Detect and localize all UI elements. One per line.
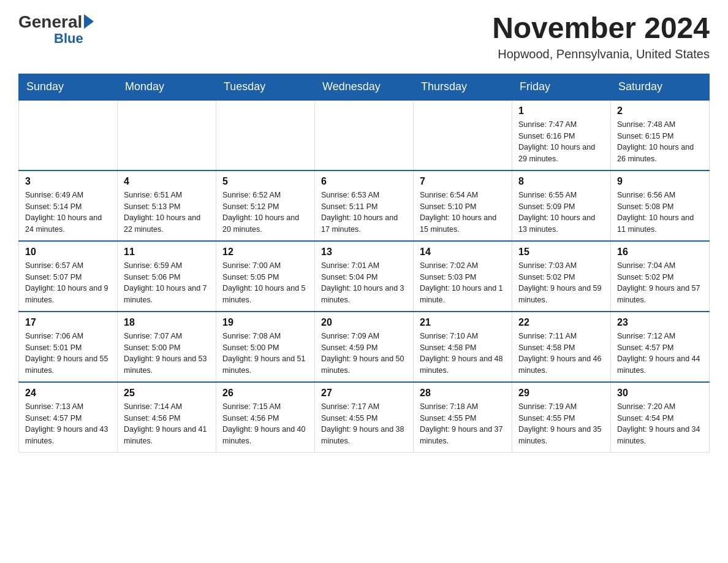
day-number: 29 bbox=[518, 388, 604, 399]
calendar-cell: 12Sunrise: 7:00 AM Sunset: 5:05 PM Dayli… bbox=[216, 241, 315, 312]
calendar-cell: 13Sunrise: 7:01 AM Sunset: 5:04 PM Dayli… bbox=[315, 241, 414, 312]
weekday-header-thursday: Thursday bbox=[414, 74, 512, 100]
calendar-cell: 11Sunrise: 6:59 AM Sunset: 5:06 PM Dayli… bbox=[118, 241, 216, 312]
calendar-cell: 9Sunrise: 6:56 AM Sunset: 5:08 PM Daylig… bbox=[611, 170, 710, 241]
day-number: 18 bbox=[124, 317, 210, 328]
day-number: 19 bbox=[222, 317, 308, 328]
cell-info: Sunrise: 7:12 AM Sunset: 4:57 PM Dayligh… bbox=[617, 331, 703, 377]
day-number: 3 bbox=[25, 176, 111, 187]
cell-info: Sunrise: 7:02 AM Sunset: 5:03 PM Dayligh… bbox=[420, 260, 506, 306]
cell-info: Sunrise: 6:49 AM Sunset: 5:14 PM Dayligh… bbox=[25, 190, 111, 236]
calendar-cell: 2Sunrise: 7:48 AM Sunset: 6:15 PM Daylig… bbox=[611, 100, 710, 170]
weekday-header-friday: Friday bbox=[512, 74, 611, 100]
cell-info: Sunrise: 7:47 AM Sunset: 6:16 PM Dayligh… bbox=[518, 119, 604, 165]
day-number: 14 bbox=[420, 247, 506, 258]
cell-info: Sunrise: 7:20 AM Sunset: 4:54 PM Dayligh… bbox=[617, 401, 703, 447]
cell-info: Sunrise: 7:19 AM Sunset: 4:55 PM Dayligh… bbox=[518, 401, 604, 447]
calendar-cell: 4Sunrise: 6:51 AM Sunset: 5:13 PM Daylig… bbox=[118, 170, 216, 241]
cell-info: Sunrise: 7:00 AM Sunset: 5:05 PM Dayligh… bbox=[222, 260, 308, 306]
calendar-cell: 7Sunrise: 6:54 AM Sunset: 5:10 PM Daylig… bbox=[414, 170, 512, 241]
calendar-cell: 29Sunrise: 7:19 AM Sunset: 4:55 PM Dayli… bbox=[512, 382, 611, 453]
cell-info: Sunrise: 6:57 AM Sunset: 5:07 PM Dayligh… bbox=[25, 260, 111, 306]
calendar-cell: 3Sunrise: 6:49 AM Sunset: 5:14 PM Daylig… bbox=[19, 170, 118, 241]
calendar-cell: 17Sunrise: 7:06 AM Sunset: 5:01 PM Dayli… bbox=[19, 312, 118, 382]
cell-info: Sunrise: 7:13 AM Sunset: 4:57 PM Dayligh… bbox=[25, 401, 111, 447]
cell-info: Sunrise: 7:06 AM Sunset: 5:01 PM Dayligh… bbox=[25, 331, 111, 377]
location-text: Hopwood, Pennsylvania, United States bbox=[492, 47, 710, 61]
calendar-cell: 20Sunrise: 7:09 AM Sunset: 4:59 PM Dayli… bbox=[315, 312, 414, 382]
day-number: 22 bbox=[518, 317, 604, 328]
cell-info: Sunrise: 6:55 AM Sunset: 5:09 PM Dayligh… bbox=[518, 190, 604, 236]
calendar-cell bbox=[315, 100, 414, 170]
cell-info: Sunrise: 7:14 AM Sunset: 4:56 PM Dayligh… bbox=[124, 401, 210, 447]
calendar-cell: 10Sunrise: 6:57 AM Sunset: 5:07 PM Dayli… bbox=[19, 241, 118, 312]
calendar-week-row: 17Sunrise: 7:06 AM Sunset: 5:01 PM Dayli… bbox=[19, 312, 710, 382]
day-number: 9 bbox=[617, 176, 703, 187]
weekday-header-tuesday: Tuesday bbox=[216, 74, 315, 100]
day-number: 12 bbox=[222, 247, 308, 258]
cell-info: Sunrise: 6:56 AM Sunset: 5:08 PM Dayligh… bbox=[617, 190, 703, 236]
day-number: 7 bbox=[420, 176, 506, 187]
weekday-header-wednesday: Wednesday bbox=[315, 74, 414, 100]
cell-info: Sunrise: 7:08 AM Sunset: 5:00 PM Dayligh… bbox=[222, 331, 308, 377]
calendar-week-row: 10Sunrise: 6:57 AM Sunset: 5:07 PM Dayli… bbox=[19, 241, 710, 312]
logo-arrow-icon bbox=[84, 14, 94, 29]
day-number: 13 bbox=[321, 247, 407, 258]
calendar-table: SundayMondayTuesdayWednesdayThursdayFrid… bbox=[18, 74, 710, 453]
calendar-cell: 1Sunrise: 7:47 AM Sunset: 6:16 PM Daylig… bbox=[512, 100, 611, 170]
calendar-cell bbox=[414, 100, 512, 170]
month-title: November 2024 bbox=[492, 12, 710, 45]
day-number: 26 bbox=[222, 388, 308, 399]
calendar-cell bbox=[216, 100, 315, 170]
day-number: 30 bbox=[617, 388, 703, 399]
calendar-cell: 23Sunrise: 7:12 AM Sunset: 4:57 PM Dayli… bbox=[611, 312, 710, 382]
day-number: 10 bbox=[25, 247, 111, 258]
page-header: General Blue November 2024 Hopwood, Penn… bbox=[18, 12, 710, 61]
day-number: 24 bbox=[25, 388, 111, 399]
logo-blue-text: Blue bbox=[54, 31, 83, 46]
logo: General Blue bbox=[18, 12, 94, 45]
day-number: 8 bbox=[518, 176, 604, 187]
calendar-cell: 15Sunrise: 7:03 AM Sunset: 5:02 PM Dayli… bbox=[512, 241, 611, 312]
cell-info: Sunrise: 7:07 AM Sunset: 5:00 PM Dayligh… bbox=[124, 331, 210, 377]
calendar-cell bbox=[118, 100, 216, 170]
calendar-cell bbox=[19, 100, 118, 170]
day-number: 1 bbox=[518, 105, 604, 117]
cell-info: Sunrise: 7:10 AM Sunset: 4:58 PM Dayligh… bbox=[420, 331, 506, 377]
weekday-header-saturday: Saturday bbox=[611, 74, 710, 100]
calendar-week-row: 3Sunrise: 6:49 AM Sunset: 5:14 PM Daylig… bbox=[19, 170, 710, 241]
calendar-cell: 27Sunrise: 7:17 AM Sunset: 4:55 PM Dayli… bbox=[315, 382, 414, 453]
cell-info: Sunrise: 7:11 AM Sunset: 4:58 PM Dayligh… bbox=[518, 331, 604, 377]
cell-info: Sunrise: 7:04 AM Sunset: 5:02 PM Dayligh… bbox=[617, 260, 703, 306]
calendar-cell: 5Sunrise: 6:52 AM Sunset: 5:12 PM Daylig… bbox=[216, 170, 315, 241]
cell-info: Sunrise: 7:48 AM Sunset: 6:15 PM Dayligh… bbox=[617, 119, 703, 165]
day-number: 17 bbox=[25, 317, 111, 328]
day-number: 20 bbox=[321, 317, 407, 328]
calendar-cell: 21Sunrise: 7:10 AM Sunset: 4:58 PM Dayli… bbox=[414, 312, 512, 382]
calendar-cell: 18Sunrise: 7:07 AM Sunset: 5:00 PM Dayli… bbox=[118, 312, 216, 382]
calendar-cell: 25Sunrise: 7:14 AM Sunset: 4:56 PM Dayli… bbox=[118, 382, 216, 453]
calendar-cell: 22Sunrise: 7:11 AM Sunset: 4:58 PM Dayli… bbox=[512, 312, 611, 382]
weekday-header-monday: Monday bbox=[118, 74, 216, 100]
calendar-cell: 30Sunrise: 7:20 AM Sunset: 4:54 PM Dayli… bbox=[611, 382, 710, 453]
logo-general-text: General bbox=[18, 12, 82, 32]
day-number: 27 bbox=[321, 388, 407, 399]
day-number: 2 bbox=[617, 105, 703, 117]
cell-info: Sunrise: 6:51 AM Sunset: 5:13 PM Dayligh… bbox=[124, 190, 210, 236]
day-number: 15 bbox=[518, 247, 604, 258]
cell-info: Sunrise: 6:54 AM Sunset: 5:10 PM Dayligh… bbox=[420, 190, 506, 236]
calendar-week-row: 1Sunrise: 7:47 AM Sunset: 6:16 PM Daylig… bbox=[19, 100, 710, 170]
cell-info: Sunrise: 7:01 AM Sunset: 5:04 PM Dayligh… bbox=[321, 260, 407, 306]
day-number: 5 bbox=[222, 176, 308, 187]
calendar-cell: 14Sunrise: 7:02 AM Sunset: 5:03 PM Dayli… bbox=[414, 241, 512, 312]
day-number: 6 bbox=[321, 176, 407, 187]
cell-info: Sunrise: 6:59 AM Sunset: 5:06 PM Dayligh… bbox=[124, 260, 210, 306]
day-number: 28 bbox=[420, 388, 506, 399]
calendar-cell: 8Sunrise: 6:55 AM Sunset: 5:09 PM Daylig… bbox=[512, 170, 611, 241]
weekday-header-sunday: Sunday bbox=[19, 74, 118, 100]
day-number: 11 bbox=[124, 247, 210, 258]
cell-info: Sunrise: 7:03 AM Sunset: 5:02 PM Dayligh… bbox=[518, 260, 604, 306]
cell-info: Sunrise: 7:15 AM Sunset: 4:56 PM Dayligh… bbox=[222, 401, 308, 447]
weekday-header-row: SundayMondayTuesdayWednesdayThursdayFrid… bbox=[19, 74, 710, 100]
cell-info: Sunrise: 7:18 AM Sunset: 4:55 PM Dayligh… bbox=[420, 401, 506, 447]
